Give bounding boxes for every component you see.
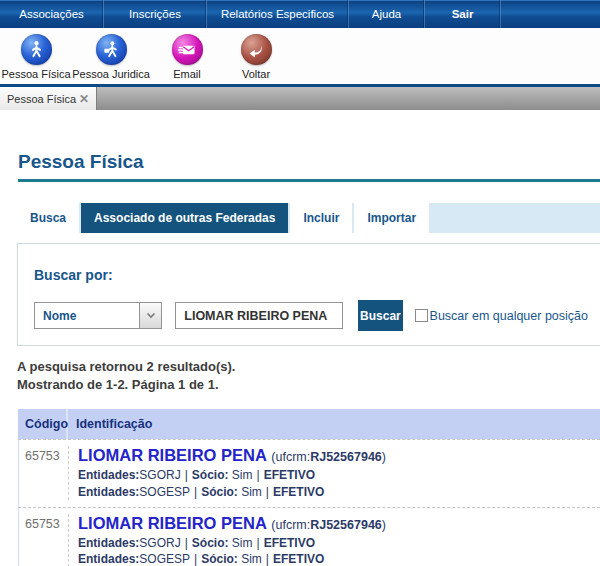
pipe-separator: | [266, 552, 269, 566]
tab-associado-outras-federadas[interactable]: Associado de outras Federadas [81, 203, 288, 233]
pipe-separator: | [194, 485, 197, 499]
search-query-input[interactable] [175, 302, 343, 329]
main-menu-bar: Associações Inscrições Relatórios Especi… [0, 0, 600, 28]
person-briefcase-icon [96, 34, 127, 65]
toolbar-label: Voltar [242, 68, 270, 80]
entidade-value: SOGESP [139, 485, 190, 499]
select-value: Nome [35, 309, 76, 323]
table-header: Código Identificação [18, 409, 600, 439]
qualquer-posicao-checkbox[interactable] [415, 309, 428, 322]
tab-busca[interactable]: Busca [17, 203, 79, 233]
entidade-value: SOGESP [139, 552, 190, 566]
window-tab-pessoa-fisica[interactable]: Pessoa Física ✕ [0, 87, 97, 110]
qualquer-posicao-option: Buscar em qualquer posição [415, 309, 588, 323]
window-tab-label: Pessoa Física [7, 93, 76, 105]
icon-toolbar: Pessoa Física Pessoa Juridica Email [0, 28, 600, 87]
ufcrm-info: (ufcrm:RJ52567946) [271, 518, 386, 532]
checkbox-label: Buscar em qualquer posição [430, 309, 588, 323]
row-identificacao: LIOMAR RIBEIRO PENA (ufcrm:RJ52567946) E… [68, 514, 600, 566]
entidade-value: SGORJ [139, 468, 180, 482]
status-badge: EFETIVO [264, 468, 315, 482]
search-heading: Buscar por: [34, 267, 588, 283]
socio-value: Sim [232, 536, 253, 550]
chevron-down-icon[interactable] [139, 303, 161, 328]
page-title: Pessoa Física [18, 151, 600, 173]
menu-relatorios-especificos[interactable]: Relatórios Especificos [207, 0, 349, 28]
entidades-label: Entidades: [78, 485, 139, 499]
menu-sair[interactable]: Sair [425, 0, 501, 28]
results-table: Código Identificação 65753 LIOMAR RIBEIR… [18, 409, 600, 566]
pipe-separator: | [194, 552, 197, 566]
toolbar-label: Pessoa Juridica [72, 68, 150, 80]
socio-value: Sim [232, 468, 253, 482]
menu-inscricoes[interactable]: Inscrições [104, 0, 207, 28]
socio-value: Sim [241, 552, 262, 566]
entidades-label: Entidades: [78, 468, 139, 482]
socio-label: Sócio: [201, 552, 238, 566]
toolbar-pessoa-juridica-button[interactable]: Pessoa Juridica [68, 33, 154, 84]
envelope-icon [172, 34, 203, 65]
entidade-value: SGORJ [139, 536, 180, 550]
pipe-separator: | [185, 536, 188, 550]
status-badge: EFETIVO [273, 552, 324, 566]
status-badge: EFETIVO [264, 536, 315, 550]
status-badge: EFETIVO [273, 485, 324, 499]
results-count-line: A pesquisa retornou 2 resultado(s). [17, 358, 600, 376]
person-name-link[interactable]: LIOMAR RIBEIRO PENA [78, 446, 267, 464]
window-tab-strip: Pessoa Física ✕ [0, 87, 600, 110]
table-row[interactable]: 65753 LIOMAR RIBEIRO PENA (ufcrm:RJ52567… [18, 507, 600, 566]
entity-line: Entidades:SOGESP|Sócio: Sim|EFETIVO [78, 484, 600, 500]
tab-incluir[interactable]: Incluir [290, 203, 352, 233]
toolbar-label: Email [173, 68, 201, 80]
back-arrow-icon [241, 34, 272, 65]
pipe-separator: | [266, 485, 269, 499]
close-icon[interactable]: ✕ [79, 93, 89, 105]
entity-line: Entidades:SOGESP|Sócio: Sim|EFETIVO [78, 551, 600, 566]
entidades-label: Entidades: [78, 536, 139, 550]
tab-importar[interactable]: Importar [354, 203, 429, 233]
title-divider [18, 179, 600, 182]
search-field-select[interactable]: Nome [34, 302, 162, 329]
menu-associacoes[interactable]: Associações [0, 0, 104, 28]
toolbar-label: Pessoa Física [1, 68, 70, 80]
results-paging-line: Mostrando de 1-2. Página 1 de 1. [17, 376, 600, 394]
socio-label: Sócio: [201, 485, 238, 499]
toolbar-pessoa-fisica-button[interactable]: Pessoa Física [4, 33, 68, 84]
buscar-button[interactable]: Buscar [358, 300, 402, 331]
header-identificacao: Identificação [68, 417, 152, 431]
row-codigo: 65753 [19, 446, 68, 499]
person-name-link[interactable]: LIOMAR RIBEIRO PENA [78, 514, 267, 532]
person-walking-icon [21, 34, 52, 65]
ufcrm-info: (ufcrm:RJ52567946) [271, 450, 386, 464]
name-line: LIOMAR RIBEIRO PENA (ufcrm:RJ52567946) [78, 446, 600, 465]
menu-ajuda[interactable]: Ajuda [349, 0, 425, 28]
name-line: LIOMAR RIBEIRO PENA (ufcrm:RJ52567946) [78, 514, 600, 533]
entity-line: Entidades:SGORJ|Sócio: Sim|EFETIVO [78, 535, 600, 551]
table-row[interactable]: 65753 LIOMAR RIBEIRO PENA (ufcrm:RJ52567… [18, 439, 600, 506]
pipe-separator: | [257, 468, 260, 482]
toolbar-email-button[interactable]: Email [154, 33, 220, 84]
row-codigo: 65753 [19, 514, 68, 566]
socio-label: Sócio: [192, 468, 229, 482]
results-summary: A pesquisa retornou 2 resultado(s). Most… [17, 358, 600, 394]
toolbar-voltar-button[interactable]: Voltar [220, 33, 292, 84]
row-identificacao: LIOMAR RIBEIRO PENA (ufcrm:RJ52567946) E… [68, 446, 600, 499]
pipe-separator: | [185, 468, 188, 482]
socio-label: Sócio: [192, 536, 229, 550]
search-panel: Buscar por: Nome Buscar Buscar em qualqu… [17, 243, 600, 346]
search-controls: Nome Buscar Buscar em qualquer posição [34, 300, 588, 331]
section-tabs: Busca Associado de outras Federadas Incl… [17, 203, 600, 233]
entity-line: Entidades:SGORJ|Sócio: Sim|EFETIVO [78, 467, 600, 483]
socio-value: Sim [241, 485, 262, 499]
header-codigo: Código [18, 409, 68, 439]
pipe-separator: | [257, 536, 260, 550]
entidades-label: Entidades: [78, 552, 139, 566]
